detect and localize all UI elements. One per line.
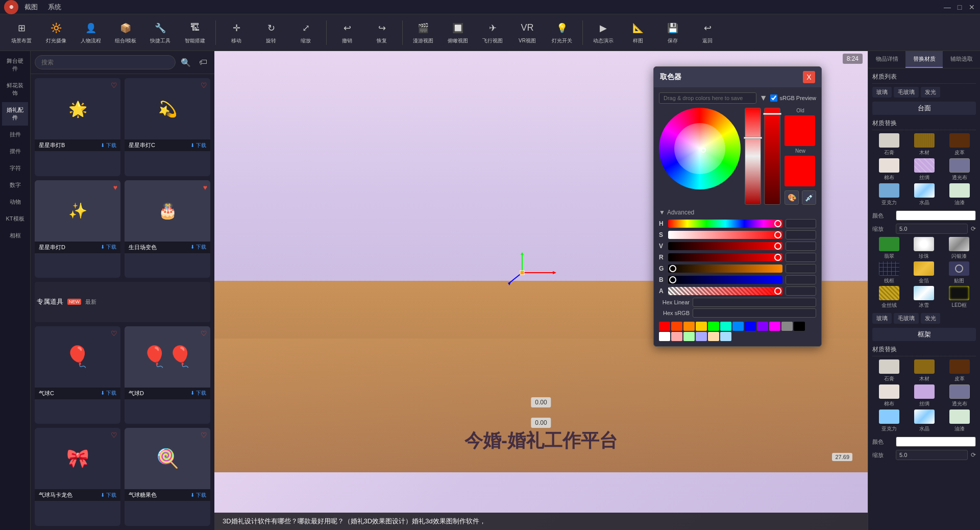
mat-crystal[interactable]: 水晶 <box>908 183 941 206</box>
asset-card-star-light-b[interactable]: 🌟 ♡ 星星串灯B ⬇ 下载 <box>35 78 120 176</box>
asset-card-star-light-c[interactable]: 💫 ♡ 星星串灯C ⬇ 下载 <box>125 78 210 176</box>
palette-button[interactable]: 🎨 <box>785 190 799 205</box>
color-swatch[interactable] <box>732 322 744 331</box>
nav-hanging[interactable]: 挂件 <box>2 127 28 142</box>
download-button[interactable]: ⬇ 下载 <box>101 142 116 149</box>
asset-card-balloon-d[interactable]: 🎈🎈 ♡ 气球D ⬇ 下载 <box>125 326 210 424</box>
asset-card-birthday[interactable]: 🎂 ♥ 生日场变色 ⬇ 下载 <box>125 180 210 278</box>
g-slider-track[interactable] <box>668 264 782 273</box>
drag-drop-input[interactable] <box>659 92 756 104</box>
mat-plaster[interactable]: 石膏 <box>872 133 905 156</box>
maximize-button[interactable]: □ <box>955 3 964 11</box>
mat-silver-paint[interactable]: 闪银漆 <box>942 237 976 260</box>
mat-acrylic[interactable]: 亚克力 <box>872 183 905 206</box>
tool-undo[interactable]: ↩ 撤销 <box>331 16 363 49</box>
color-swatch[interactable] <box>769 322 780 331</box>
tool-top-view[interactable]: 🔲 俯瞰视图 <box>442 16 474 49</box>
color-swatch[interactable] <box>683 322 695 331</box>
color-wheel[interactable] <box>659 108 741 189</box>
tab-item-details[interactable]: 物品详情 <box>868 51 905 68</box>
minimize-button[interactable]: — <box>943 3 951 11</box>
mat-wood[interactable]: 木材 <box>908 133 941 156</box>
b-slider-track[interactable] <box>668 276 782 284</box>
nav-props[interactable]: 摆件 <box>2 143 28 159</box>
tag-filter-button[interactable]: 🏷 <box>196 55 210 69</box>
scale-value-box-2[interactable]: 5.0 <box>896 450 968 460</box>
mat-cotton-2[interactable]: 棉布 <box>872 384 905 407</box>
nav-fresh-flowers[interactable]: 鲜花装饰 <box>2 78 28 101</box>
mat-type-frosted[interactable]: 毛玻璃 <box>894 87 919 98</box>
download-button[interactable]: ⬇ 下载 <box>190 142 206 149</box>
tool-dynamic-demo[interactable]: ▶ 动态演示 <box>587 16 620 49</box>
download-button[interactable]: ⬇ 下载 <box>101 244 116 251</box>
tool-smart-build[interactable]: 🏗 智能搭建 <box>179 16 211 49</box>
tool-person-flow[interactable]: 👤 人物流程 <box>75 16 107 49</box>
color-swatch[interactable] <box>720 332 731 341</box>
nav-animals[interactable]: 动物 <box>2 194 28 210</box>
s-value-input[interactable]: 1.0 <box>786 230 816 239</box>
nav-frame[interactable]: 相框 <box>2 228 28 244</box>
mat-cotton[interactable]: 棉布 <box>872 158 905 181</box>
mat-ice-snow[interactable]: 冰雪 <box>908 286 941 309</box>
color-swatch[interactable] <box>696 322 707 331</box>
mat-crystal-2[interactable]: 水晶 <box>908 409 941 432</box>
asset-card-star-light-d[interactable]: ✨ ♥ 星星串灯D ⬇ 下载 <box>35 180 120 278</box>
color-swatch[interactable] <box>696 332 707 341</box>
download-button[interactable]: ⬇ 下载 <box>190 390 206 397</box>
tool-save[interactable]: 💾 保存 <box>656 16 689 49</box>
download-button[interactable]: ⬇ 下载 <box>190 492 206 499</box>
h-slider-track[interactable] <box>668 220 782 228</box>
color-value-box-1[interactable] <box>896 210 976 221</box>
a-slider-track[interactable] <box>668 287 782 295</box>
color-swatch[interactable] <box>659 322 670 331</box>
tool-roam-view[interactable]: 🎬 漫游视图 <box>407 16 439 49</box>
eyedropper-button[interactable]: 💉 <box>802 190 816 205</box>
scale-value-box-1[interactable]: 5.0 <box>896 224 968 234</box>
advanced-header[interactable]: ▼ Advanced <box>659 209 816 216</box>
color-value-box-2[interactable] <box>896 437 976 447</box>
tool-move[interactable]: ✛ 移动 <box>220 16 253 49</box>
color-swatch[interactable] <box>683 332 695 341</box>
color-swatch[interactable] <box>794 322 805 331</box>
color-swatch[interactable] <box>781 322 793 331</box>
mat-decal[interactable]: 贴图 <box>942 261 976 284</box>
mat-jade[interactable]: 翡翠 <box>872 237 906 260</box>
tool-scene-layout[interactable]: ⊞ 场景布置 <box>5 16 38 49</box>
mat-leather[interactable]: 皮革 <box>943 133 976 156</box>
download-button[interactable]: ⬇ 下载 <box>101 492 116 499</box>
tab-replace-material[interactable]: 替换材质 <box>905 51 943 68</box>
mat-leather-2[interactable]: 皮革 <box>943 359 976 382</box>
tool-rotate[interactable]: ↻ 旋转 <box>255 16 287 49</box>
menu-system[interactable]: 系统 <box>48 3 61 12</box>
g-value-input[interactable]: 0.0 <box>786 264 816 273</box>
v-slider-track[interactable] <box>668 242 782 250</box>
tool-scale[interactable]: ⤢ 缩放 <box>289 16 322 49</box>
asset-card-balloon-c[interactable]: 🎈 ♡ 气球C ⬇ 下载 <box>35 326 120 424</box>
h-value-input[interactable]: 0.0 <box>786 219 816 228</box>
color-swatch[interactable] <box>720 322 731 331</box>
mat-acrylic-2[interactable]: 亚克力 <box>872 409 905 432</box>
tool-redo[interactable]: ↪ 恢复 <box>365 16 398 49</box>
dropdown-arrow-icon[interactable]: ▼ <box>760 93 768 103</box>
mat-silk-2[interactable]: 丝绸 <box>908 384 941 407</box>
search-button[interactable]: 🔍 <box>179 55 193 69</box>
hue-strip[interactable] <box>745 108 761 205</box>
mat-type-glass[interactable]: 玻璃 <box>872 87 892 98</box>
tab-assist-select[interactable]: 辅助选取 <box>943 51 980 68</box>
tool-quick-tool[interactable]: 🔧 快捷工具 <box>144 16 177 49</box>
search-input[interactable] <box>35 55 176 69</box>
download-button[interactable]: ⬇ 下载 <box>190 244 206 251</box>
b-value-input[interactable]: 0.0 <box>786 275 816 284</box>
asset-card-balloon-candy[interactable]: 🍭 ♡ 气球糖果色 ⬇ 下载 <box>125 428 210 526</box>
viewport[interactable]: 8:24 今婚-婚礼工作平台 0.00 0.00 27.69 <box>214 51 868 530</box>
mat-translucent[interactable]: 透光布 <box>943 158 976 181</box>
tool-light-camera[interactable]: 🔆 灯光摄像 <box>40 16 72 49</box>
color-swatch[interactable] <box>708 332 719 341</box>
color-swatch[interactable] <box>757 322 768 331</box>
mat-gold-foil[interactable]: 金箔 <box>908 261 941 284</box>
color-swatch[interactable] <box>671 332 682 341</box>
mat-pearl[interactable]: 珍珠 <box>908 237 941 260</box>
r-slider-track[interactable] <box>668 253 782 261</box>
s-slider-track[interactable] <box>668 231 782 239</box>
r-value-input[interactable]: 1.0 <box>786 253 816 262</box>
